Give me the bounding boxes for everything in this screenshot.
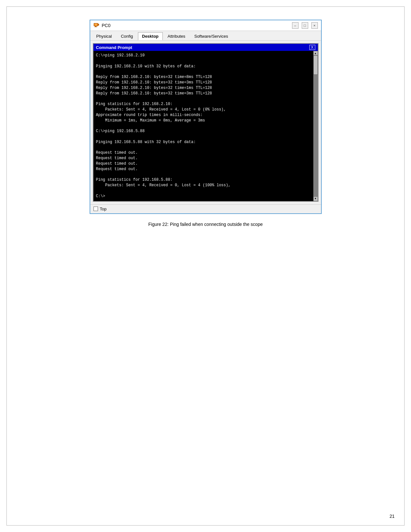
tab-software-services[interactable]: Software/Services [190,32,232,40]
scrollbar-track [313,55,318,197]
svg-rect-2 [95,26,96,27]
scrollbar-down-button[interactable]: ▼ [313,197,318,201]
svg-rect-3 [94,27,97,27]
svg-rect-4 [98,24,99,25]
pt-titlebar: PC0 – □ × [90,20,321,31]
tab-attributes[interactable]: Attributes [163,32,190,40]
tab-physical[interactable]: Physical [92,32,116,40]
cmd-title: Command Prompt [96,45,132,50]
pt-restore-button[interactable]: □ [302,22,308,29]
pt-minimize-button[interactable]: – [292,22,298,29]
top-checkbox[interactable] [93,207,98,211]
pt-title-left: PC0 [93,23,111,28]
cmd-titlebar: Command Prompt X [93,44,318,51]
pt-toolbar: Top [90,204,321,213]
tab-desktop[interactable]: Desktop [138,32,163,40]
pt-window-title: PC0 [102,23,111,28]
cmd-close-button[interactable]: X [309,45,315,50]
cmd-content[interactable]: C:\>ping 192.168.2.10 Pinging 192.168.2.… [93,51,313,201]
top-checkbox-label: Top [100,207,107,211]
cmd-window: Command Prompt X C:\>ping 192.168.2.10 P… [93,43,318,202]
svg-rect-1 [94,24,97,26]
scrollbar-up-button[interactable]: ▲ [313,51,318,55]
cmd-content-outer: C:\>ping 192.168.2.10 Pinging 192.168.2.… [93,51,318,201]
pt-tabbar: Physical Config Desktop Attributes Softw… [90,31,321,41]
pt-window: PC0 – □ × Physical Config Desktop Attrib… [90,20,322,214]
scrollbar-thumb[interactable] [313,55,318,75]
tab-config[interactable]: Config [117,32,137,40]
pt-window-controls: – □ × [292,22,318,29]
cmd-scrollbar[interactable]: ▲ ▼ [313,51,318,201]
page-content: PC0 – □ × Physical Config Desktop Attrib… [7,7,404,240]
page: PC0 – □ × Physical Config Desktop Attrib… [6,6,405,526]
pt-close-button[interactable]: × [311,22,318,29]
pc-icon [93,23,99,28]
figure-caption: Figure 22: Ping failed when connecting o… [148,222,263,227]
cmd-window-wrapper: Command Prompt X C:\>ping 192.168.2.10 P… [90,41,321,204]
page-number: 21 [389,514,395,519]
